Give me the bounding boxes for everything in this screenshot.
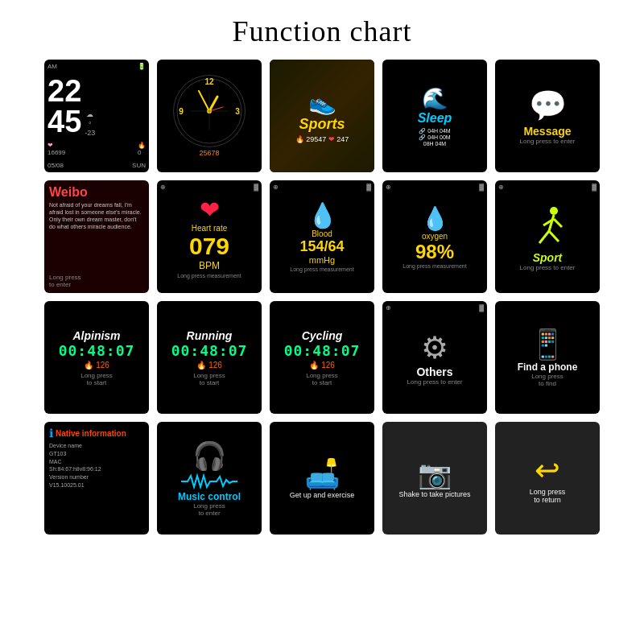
oxy-bat: ▓ [479, 184, 484, 191]
heart-icon: ❤ [200, 196, 220, 224]
heart-rate-label: Heart rate [192, 224, 227, 233]
cell-sport-mode[interactable]: ⊕ ▓ Sport Long press to enter [495, 180, 600, 293]
svg-text:3: 3 [235, 107, 240, 116]
runner-svg [523, 203, 572, 251]
shake-label: Shake to take pictures [398, 490, 470, 498]
cell-cycling[interactable]: Cycling 00:48:07 🔥 126 Long pressto star… [270, 301, 374, 414]
headphones-icon: 🎧 [192, 440, 226, 472]
steps: 16699 [47, 149, 65, 156]
cell-weibo[interactable]: Weibo Not afraid of your dreams fall, I'… [44, 180, 149, 293]
svg-text:12: 12 [204, 77, 214, 86]
running-hr: 126 [208, 361, 222, 369]
running-title: Running [187, 329, 233, 342]
hr-gps: ⊕ [160, 184, 166, 191]
others-sub: Long press to enter [407, 378, 463, 386]
cell-sports[interactable]: 👟 Sports 🔥 29547 ❤ 247 [270, 60, 374, 172]
svg-point-10 [550, 207, 558, 215]
native-title: Native information [56, 429, 126, 438]
blood-value: 154/64 [299, 238, 344, 255]
clock-day: SUN [132, 162, 146, 169]
findphone-label: Find a phone [518, 361, 578, 373]
alpinism-hr: 126 [96, 361, 109, 369]
page-title: Function chart [0, 0, 644, 60]
phone-icon: 📱 [530, 328, 566, 361]
cell-others[interactable]: ⊕ ▓ ⚙ Others Long press to enter [382, 301, 487, 414]
cell-shake[interactable]: 📷 Shake to take pictures [382, 422, 487, 535]
weibo-bottom: Long pressto enter [49, 274, 81, 288]
analog-sub: 25678 [199, 149, 219, 157]
analog-face-svg: 12 3 9 [175, 76, 244, 146]
running-fire-icon: 🔥 [196, 361, 206, 369]
heart-sub: Long press measurement [177, 273, 241, 279]
cell-findphone[interactable]: 📱 Find a phone Long pressto find [495, 301, 600, 414]
cell-return[interactable]: ↩ Long pressto return [495, 422, 600, 535]
sports-stats: 🔥 29547 ❤ 247 [273, 135, 371, 143]
cell-clock[interactable]: AM 🔋 22 45 ☁ ° -23 ❤ 16699 🔥 0 05/08 [44, 60, 149, 172]
battery-icon: 🔋 [138, 63, 146, 70]
others-gear-icon: ⚙ [421, 330, 448, 365]
native-info-icon: ℹ [49, 427, 53, 440]
clock-date: 05/08 [47, 162, 64, 169]
cell-heart[interactable]: ⊕ ▓ ❤ Heart rate 079 BPM Long press meas… [157, 180, 262, 293]
native-details: Device name GT103 MAC Sh:84:67:h8v8:96:1… [49, 442, 101, 489]
cell-sleep[interactable]: 🌊 Sleep 🔗 04H 04M 🔗 04H 00M 08H 04M [382, 60, 487, 172]
sport-mode-sub: Long press to enter [520, 264, 576, 271]
cell-message[interactable]: 💬 Message Long press to enter [495, 60, 600, 172]
cell-running[interactable]: Running 00:48:07 🔥 126 Long pressto star… [157, 301, 262, 414]
blood-label: Blood [312, 229, 332, 238]
message-sub: Long press to enter [520, 138, 576, 145]
svg-line-13 [549, 231, 559, 242]
svg-line-5 [199, 91, 209, 111]
oxygen-sub: Long press measurement [402, 263, 466, 269]
cell-blood[interactable]: ⊕ ▓ 💧 Blood 154/64 mmHg Long press measu… [270, 180, 374, 293]
cell-oxygen[interactable]: ⊕ ▓ 💧 oxygen 98% Long press measurement [382, 180, 487, 293]
oxygen-value: 98% [415, 241, 454, 263]
alpinism-title: Alpinism [72, 329, 120, 342]
running-sub: Long pressto start [193, 372, 225, 386]
sports-label: Sports [273, 116, 371, 133]
svg-text:9: 9 [179, 107, 184, 116]
blood-drop-icon: 💧 [308, 201, 337, 229]
oxygen-label: oxygen [422, 232, 448, 241]
alpinism-sub: Long pressto start [80, 372, 113, 386]
cycling-title: Cycling [302, 329, 343, 342]
sleep-stats: 🔗 04H 04M 🔗 04H 00M 08H 04M [419, 128, 450, 147]
weather-icon: ☁ [86, 110, 93, 118]
clock-min: 45 [47, 106, 81, 137]
cycling-sub: Long pressto start [306, 372, 338, 386]
weibo-text: Not afraid of your dreams fall, I'm afra… [49, 201, 144, 230]
cell-exercise[interactable]: 🛋️ Get up and exercise [270, 422, 374, 535]
cycling-timer: 00:48:07 [284, 342, 361, 359]
alpinism-timer: 00:48:07 [59, 342, 135, 359]
cell-native-info[interactable]: ℹ Native information Device name GT103 M… [44, 422, 149, 535]
return-label: Long pressto return [530, 488, 566, 504]
cell-analog[interactable]: 12 3 9 25678 [157, 60, 262, 172]
sport-bat: ▓ [592, 184, 597, 191]
return-arrow-icon: ↩ [535, 452, 560, 488]
sleep-icon: 🌊 [422, 86, 448, 111]
weibo-title: Weibo [49, 185, 88, 200]
message-label: Message [523, 125, 571, 138]
svg-line-15 [554, 219, 562, 227]
temp-display: ° -23 [85, 121, 95, 137]
kcal: 0 [138, 149, 146, 156]
function-grid: AM 🔋 22 45 ☁ ° -23 ❤ 16699 🔥 0 05/08 [0, 60, 644, 535]
music-wave-svg [181, 473, 237, 489]
cell-alpinism[interactable]: Alpinism 00:48:07 🔥 126 Long pressto sta… [44, 301, 149, 414]
findphone-sub: Long pressto find [531, 373, 564, 387]
blood-sub: Long press measurement [290, 266, 353, 272]
heart-rate-unit: BPM [199, 260, 220, 271]
am-pm: AM [47, 63, 57, 70]
sports-icon: 👟 [273, 89, 371, 116]
cycling-hr: 126 [321, 361, 335, 369]
cell-music[interactable]: 🎧 Music control Long pressto enter [157, 422, 262, 535]
svg-line-11 [549, 215, 554, 231]
blood-unit: mmHg [309, 255, 335, 265]
hr-bat: ▓ [254, 184, 258, 191]
sofa-icon: 🛋️ [304, 457, 341, 491]
camera-icon: 📷 [418, 458, 452, 490]
oxygen-drop-icon: 💧 [421, 205, 449, 232]
cycling-fire-icon: 🔥 [309, 361, 319, 369]
clock-hour: 22 [47, 76, 81, 106]
oxy-gps: ⊕ [386, 184, 391, 191]
